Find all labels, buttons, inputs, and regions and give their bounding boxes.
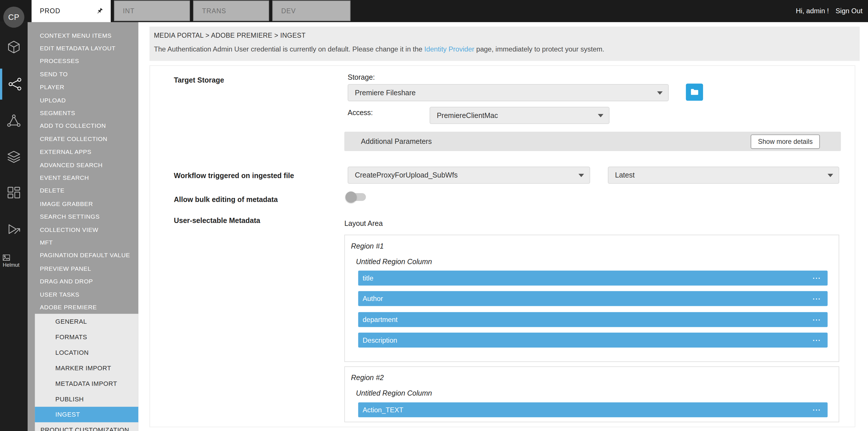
- pin-icon[interactable]: [96, 7, 103, 15]
- dashboard-icon[interactable]: [0, 177, 28, 208]
- submenu-item-publish[interactable]: PUBLISH: [35, 391, 138, 406]
- page-header: MEDIA PORTAL > ADOBE PREMIERE > INGEST T…: [149, 27, 860, 61]
- additional-parameters-label: Additional Parameters: [361, 132, 432, 151]
- submenu-item-marker-import[interactable]: MARKER IMPORT: [35, 360, 138, 375]
- target-storage-label: Target Storage: [174, 76, 224, 84]
- sidebar-item-user-tasks[interactable]: USER TASKS: [28, 288, 138, 301]
- submenu-item-formats[interactable]: FORMATS: [35, 329, 138, 345]
- access-select-value: PremiereClientMac: [437, 111, 498, 120]
- metadata-field-department[interactable]: department ...: [358, 312, 828, 327]
- sign-out-link[interactable]: Sign Out: [835, 7, 863, 15]
- sidebar-item-mft[interactable]: MFT: [28, 236, 138, 249]
- sidebar-item-delete[interactable]: DELETE: [28, 184, 138, 197]
- metadata-field-label: Author: [363, 295, 383, 302]
- region-2: Region #2 Untitled Region Column Action_…: [344, 366, 839, 422]
- sidebar-item-search-settings[interactable]: SEARCH SETTINGS: [28, 210, 138, 223]
- cube-icon[interactable]: [0, 32, 28, 63]
- tab-int-label: INT: [123, 7, 135, 15]
- storage-select[interactable]: Premiere Fileshare: [348, 84, 669, 101]
- sidebar-item-external-apps[interactable]: EXTERNAL APPS: [28, 145, 138, 158]
- ingest-settings-card: Target Storage Storage: Premiere Filesha…: [149, 65, 855, 427]
- branch-icon[interactable]: [0, 105, 28, 136]
- sidebar-item-context-menu-items[interactable]: CONTEXT MENU ITEMS: [28, 29, 138, 42]
- tab-prod[interactable]: PROD: [32, 0, 111, 22]
- sidebar-item-drag-and-drop[interactable]: DRAG AND DROP: [28, 275, 138, 288]
- tab-int[interactable]: INT: [114, 1, 190, 21]
- tab-trans-label: TRANS: [202, 7, 226, 15]
- submenu-item-location[interactable]: LOCATION: [35, 345, 138, 360]
- topbar-user-area: Hi, admin ! Sign Out: [796, 0, 863, 22]
- toggle-thumb: [345, 192, 356, 203]
- field-menu-icon[interactable]: ...: [813, 335, 821, 342]
- sidebar-item-preview-panel[interactable]: PREVIEW PANEL: [28, 262, 138, 275]
- workflow-select[interactable]: CreateProxyForUpload_SubWfs: [348, 166, 590, 184]
- sidebar-item-edit-metadata-layout[interactable]: EDIT METADATA LAYOUT: [28, 42, 138, 55]
- field-menu-icon[interactable]: ...: [813, 293, 821, 301]
- show-more-details-button[interactable]: Show more details: [751, 134, 820, 149]
- metadata-field-action-text[interactable]: Action_TEXT ...: [358, 402, 828, 417]
- sidebar-item-processes[interactable]: PROCESSES: [28, 55, 138, 68]
- metadata-field-author[interactable]: Author ...: [358, 291, 828, 306]
- submenu-item-ingest[interactable]: INGEST: [35, 406, 138, 422]
- adobe-premiere-submenu: GENERAL FORMATS LOCATION MARKER IMPORT M…: [35, 314, 138, 431]
- tab-prod-label: PROD: [40, 7, 60, 15]
- sidebar-item-upload[interactable]: UPLOAD: [28, 93, 138, 106]
- access-label: Access:: [348, 109, 373, 117]
- metadata-field-description[interactable]: Description ...: [358, 333, 828, 347]
- tab-trans[interactable]: TRANS: [193, 1, 269, 21]
- field-menu-icon[interactable]: ...: [813, 314, 821, 322]
- sidebar-item-segments[interactable]: SEGMENTS: [28, 106, 138, 119]
- submenu-item-general[interactable]: GENERAL: [35, 314, 138, 329]
- storage-select-value: Premiere Fileshare: [355, 89, 415, 97]
- folder-icon: [690, 88, 699, 97]
- broken-image-icon: [3, 255, 10, 261]
- region-2-name: Region #2: [351, 373, 384, 382]
- export-play-icon[interactable]: [0, 214, 28, 245]
- region-1: Region #1 Untitled Region Column title .…: [344, 235, 839, 362]
- browse-folder-button[interactable]: [686, 84, 703, 101]
- metadata-field-label: department: [363, 316, 398, 324]
- sidebar: CONTEXT MENU ITEMS EDIT METADATA LAYOUT …: [28, 22, 138, 431]
- sidebar-item-send-to[interactable]: SEND TO: [28, 68, 138, 81]
- app-root: PROD INT TRANS DEV: [0, 0, 868, 431]
- metadata-field-title[interactable]: title ...: [358, 271, 828, 286]
- cp-logo[interactable]: CP: [3, 7, 25, 28]
- workflow-version-select[interactable]: Latest: [608, 166, 839, 184]
- auth-warning-text-pre: The Authentication Admin User credential…: [154, 45, 425, 53]
- field-menu-icon[interactable]: ...: [813, 404, 821, 412]
- icon-rail: Helmut: [0, 22, 28, 431]
- sidebar-item-add-to-collection[interactable]: ADD TO COLLECTION: [28, 119, 138, 132]
- connections-icon[interactable]: [0, 69, 28, 100]
- auth-warning: The Authentication Admin User credential…: [154, 45, 860, 53]
- metadata-field-label: title: [363, 274, 373, 282]
- sidebar-item-pagination-default-value[interactable]: PAGINATION DEFAULT VALUE: [28, 249, 138, 262]
- access-select[interactable]: PremiereClientMac: [430, 107, 610, 124]
- sidebar-item-player[interactable]: PLAYER: [28, 81, 138, 93]
- sidebar-item-advanced-search[interactable]: ADVANCED SEARCH: [28, 158, 138, 171]
- metadata-field-label: Action_TEXT: [363, 406, 403, 414]
- breadcrumb: MEDIA PORTAL > ADOBE PREMIERE > INGEST: [154, 32, 860, 39]
- environment-tabs: PROD INT TRANS DEV: [32, 0, 350, 22]
- identity-provider-link[interactable]: Identity Provider: [424, 45, 474, 53]
- broken-image-helmut: Helmut: [3, 255, 20, 268]
- sidebar-item-adobe-premiere[interactable]: ADOBE PREMIERE: [28, 301, 138, 314]
- sidebar-item-event-search[interactable]: EVENT SEARCH: [28, 171, 138, 184]
- user-selectable-metadata-label: User-selectable Metadata: [174, 216, 260, 225]
- layout-area-label: Layout Area: [344, 219, 382, 227]
- submenu-item-metadata-import[interactable]: METADATA IMPORT: [35, 375, 138, 391]
- metadata-field-label: Description: [363, 336, 397, 344]
- region-1-column: Untitled Region Column: [356, 257, 432, 266]
- bulk-edit-toggle[interactable]: [347, 193, 366, 201]
- sidebar-item-collection-view[interactable]: COLLECTION VIEW: [28, 223, 138, 236]
- broken-image-alt-text: Helmut: [3, 262, 20, 268]
- sidebar-item-product-customization[interactable]: PRODUCT CUSTOMIZATION: [35, 422, 138, 431]
- field-menu-icon[interactable]: ...: [813, 273, 821, 280]
- layers-icon[interactable]: [0, 141, 28, 172]
- topbar: PROD INT TRANS DEV: [0, 0, 868, 22]
- tab-dev[interactable]: DEV: [272, 1, 350, 21]
- region-1-name: Region #1: [351, 242, 384, 250]
- bulk-edit-label: Allow bulk editing of metadata: [174, 195, 278, 204]
- workflow-label: Workflow triggered on ingested file: [174, 172, 294, 180]
- sidebar-item-create-collection[interactable]: CREATE COLLECTION: [28, 132, 138, 145]
- sidebar-item-image-grabber[interactable]: IMAGE GRABBER: [28, 197, 138, 210]
